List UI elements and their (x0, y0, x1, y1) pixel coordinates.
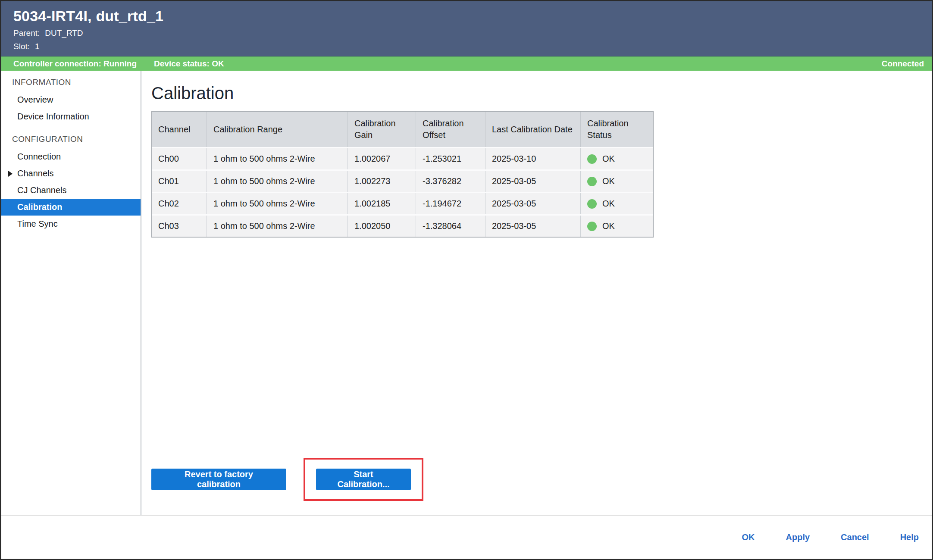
sidebar-item-calibration[interactable]: Calibration (1, 199, 141, 216)
col-header-calibration-offset: Calibration Offset (416, 112, 485, 147)
status-text: OK (602, 198, 615, 210)
status-bar: Controller connection: Running Device st… (1, 56, 932, 71)
titlebar: 5034-IRT4I, dut_rtd_1 Parent: DUT_RTD Sl… (1, 1, 932, 56)
device-title: 5034-IRT4I, dut_rtd_1 (13, 6, 919, 25)
calibration-table: Channel Calibration Range Calibration Ga… (151, 111, 654, 238)
page-title: Calibration (151, 83, 932, 103)
cell-gain: 1.002067 (348, 148, 416, 169)
parent-value: DUT_RTD (45, 28, 83, 39)
sidebar-nav: INFORMATION Overview Device Information … (1, 71, 141, 515)
status-text: OK (602, 175, 615, 187)
sidebar-item-connection[interactable]: Connection (1, 148, 141, 165)
ok-button[interactable]: OK (742, 532, 755, 542)
cell-date: 2025-03-05 (485, 171, 581, 192)
cell-status: OK (581, 148, 653, 169)
col-header-channel: Channel (152, 112, 207, 147)
table-row-ch01[interactable]: Ch01 1 ohm to 500 ohms 2-Wire 1.002273 -… (152, 169, 653, 192)
help-button[interactable]: Help (900, 532, 919, 542)
expand-arrow-icon[interactable] (8, 171, 13, 177)
cell-range: 1 ohm to 500 ohms 2-Wire (207, 216, 348, 237)
sidebar-item-overview[interactable]: Overview (1, 91, 141, 108)
apply-button[interactable]: Apply (786, 532, 810, 542)
sidebar-section-configuration: CONFIGURATION (1, 133, 141, 146)
sidebar-item-channels[interactable]: Channels (1, 165, 141, 182)
dialog-footer: OK Apply Cancel Help (1, 515, 932, 559)
table-row-ch02[interactable]: Ch02 1 ohm to 500 ohms 2-Wire 1.002185 -… (152, 192, 653, 214)
status-ok-dot-icon (587, 154, 597, 164)
parent-line: Parent: DUT_RTD (13, 28, 919, 39)
col-header-calibration-range: Calibration Range (207, 112, 348, 147)
cell-channel: Ch02 (152, 193, 207, 214)
red-highlight-annotation: Start Calibration... (304, 458, 423, 501)
content-area: INFORMATION Overview Device Information … (1, 71, 932, 515)
parent-label: Parent: (13, 28, 40, 39)
col-header-calibration-gain: Calibration Gain (348, 112, 416, 147)
cell-status: OK (581, 216, 653, 237)
status-ok-dot-icon (587, 177, 597, 186)
col-header-calibration-status: Calibration Status (581, 112, 653, 147)
controller-connection-status: Controller connection: Running (13, 59, 137, 69)
cell-date: 2025-03-05 (485, 193, 581, 214)
start-calibration-button[interactable]: Start Calibration... (316, 469, 411, 490)
slot-label: Slot: (13, 41, 30, 52)
cell-offset: -1.194672 (416, 193, 485, 214)
cell-range: 1 ohm to 500 ohms 2-Wire (207, 193, 348, 214)
col-header-last-calibration-date: Last Calibration Date (485, 112, 581, 147)
table-header-row: Channel Calibration Range Calibration Ga… (152, 112, 653, 147)
cell-range: 1 ohm to 500 ohms 2-Wire (207, 171, 348, 192)
sidebar-item-cj-channels[interactable]: CJ Channels (1, 182, 141, 199)
cell-gain: 1.002185 (348, 193, 416, 214)
device-config-window: 5034-IRT4I, dut_rtd_1 Parent: DUT_RTD Sl… (0, 0, 933, 560)
cell-gain: 1.002273 (348, 171, 416, 192)
table-row-ch00[interactable]: Ch00 1 ohm to 500 ohms 2-Wire 1.002067 -… (152, 147, 653, 169)
revert-to-factory-calibration-button[interactable]: Revert to factory calibration (151, 469, 286, 490)
cell-range: 1 ohm to 500 ohms 2-Wire (207, 148, 348, 169)
cancel-button[interactable]: Cancel (841, 532, 869, 542)
cell-channel: Ch00 (152, 148, 207, 169)
cell-offset: -1.253021 (416, 148, 485, 169)
main-panel: Calibration Channel Calibration Range Ca… (141, 71, 932, 515)
cell-channel: Ch03 (152, 216, 207, 237)
device-status: Device status: OK (154, 59, 224, 69)
sidebar-item-time-sync[interactable]: Time Sync (1, 216, 141, 232)
action-buttons-row: Revert to factory calibration Start Cali… (151, 458, 423, 501)
cell-date: 2025-03-10 (485, 148, 581, 169)
table-row-ch03[interactable]: Ch03 1 ohm to 500 ohms 2-Wire 1.002050 -… (152, 214, 653, 237)
cell-offset: -1.328064 (416, 216, 485, 237)
connection-state-badge: Connected (882, 59, 924, 69)
cell-status: OK (581, 171, 653, 192)
sidebar-item-device-information[interactable]: Device Information (1, 108, 141, 125)
cell-offset: -3.376282 (416, 171, 485, 192)
status-text: OK (602, 153, 615, 165)
status-text: OK (602, 220, 615, 232)
cell-status: OK (581, 193, 653, 214)
cell-channel: Ch01 (152, 171, 207, 192)
sidebar-section-information: INFORMATION (1, 76, 141, 89)
slot-value: 1 (35, 41, 40, 52)
cell-gain: 1.002050 (348, 216, 416, 237)
status-ok-dot-icon (587, 199, 597, 209)
status-ok-dot-icon (587, 222, 597, 231)
cell-date: 2025-03-05 (485, 216, 581, 237)
sidebar-item-channels-label: Channels (17, 169, 54, 178)
slot-line: Slot: 1 (13, 41, 919, 52)
